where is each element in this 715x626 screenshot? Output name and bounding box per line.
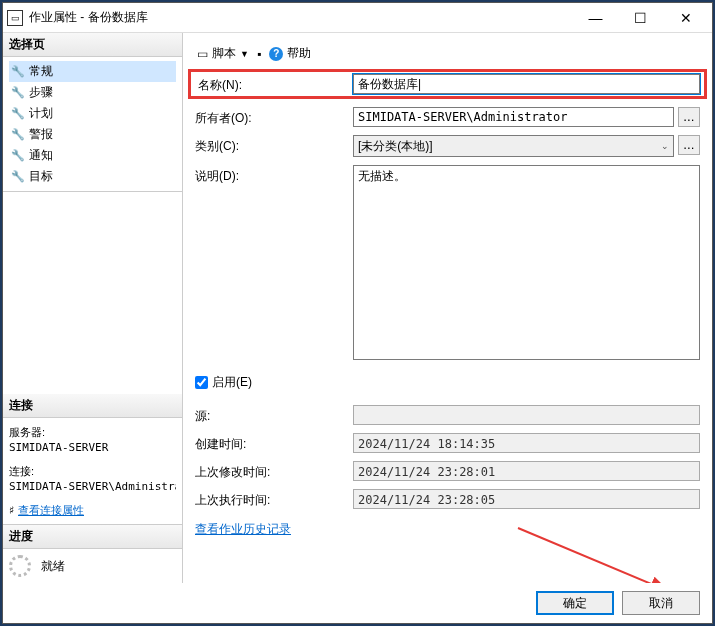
help-label: 帮助 (287, 45, 311, 62)
app-icon: ▭ (7, 10, 23, 26)
chevron-down-icon: ▼ (240, 49, 249, 59)
name-highlight: 名称(N): (188, 69, 707, 99)
description-label: 说明(D): (195, 165, 345, 185)
main-panel: ▭ 脚本 ▼ ▪ ? 帮助 名称(N): 所有者(O (183, 33, 712, 583)
wrench-icon: 🔧 (11, 65, 25, 78)
titlebar: ▭ 作业属性 - 备份数据库 ― ☐ ✕ (3, 3, 712, 33)
maximize-button[interactable]: ☐ (618, 4, 663, 32)
ok-button[interactable]: 确定 (536, 591, 614, 615)
sidebar-item-label: 目标 (29, 168, 53, 185)
category-value: [未分类(本地)] (358, 138, 433, 155)
dialog-footer: 确定 取消 (3, 583, 712, 623)
sidebar-item-schedules[interactable]: 🔧计划 (9, 103, 176, 124)
help-button[interactable]: ? 帮助 (267, 43, 313, 64)
view-history-link[interactable]: 查看作业历史记录 (195, 517, 291, 542)
sidebar-item-label: 常规 (29, 63, 53, 80)
sidebar-item-label: 步骤 (29, 84, 53, 101)
script-icon: ▭ (197, 47, 208, 61)
script-button[interactable]: ▭ 脚本 ▼ (195, 43, 251, 64)
progress-status: 就绪 (41, 558, 65, 575)
sidebar-item-label: 警报 (29, 126, 53, 143)
sidebar-item-notifications[interactable]: 🔧通知 (9, 145, 176, 166)
server-label: 服务器: (9, 424, 176, 441)
wrench-icon: 🔧 (11, 107, 25, 120)
script-label: 脚本 (212, 45, 236, 62)
progress-spinner-icon (9, 555, 31, 577)
owner-input[interactable] (353, 107, 674, 127)
sidebar-item-steps[interactable]: 🔧步骤 (9, 82, 176, 103)
wrench-icon: 🔧 (11, 170, 25, 183)
executed-field: 2024/11/24 23:28:05 (353, 489, 700, 509)
owner-browse-button[interactable]: ... (678, 107, 700, 127)
select-page-header: 选择页 (3, 33, 182, 57)
name-label: 名称(N): (195, 74, 345, 94)
name-input[interactable] (353, 74, 700, 94)
executed-label: 上次执行时间: (195, 489, 345, 509)
sidebar-item-label: 通知 (29, 147, 53, 164)
sidebar: 选择页 🔧常规 🔧步骤 🔧计划 🔧警报 🔧通知 🔧目标 连接 服务器: SIMI… (3, 33, 183, 583)
created-field: 2024/11/24 18:14:35 (353, 433, 700, 453)
link-icon: ♯ (9, 504, 14, 516)
wrench-icon: 🔧 (11, 149, 25, 162)
modified-field: 2024/11/24 23:28:01 (353, 461, 700, 481)
connection-label: 连接: (9, 463, 176, 480)
cancel-button[interactable]: 取消 (622, 591, 700, 615)
source-label: 源: (195, 405, 345, 425)
view-connection-link[interactable]: 查看连接属性 (18, 504, 84, 516)
source-field (353, 405, 700, 425)
connection-value: SIMIDATA-SERVER\Administrat (9, 479, 176, 496)
window-title: 作业属性 - 备份数据库 (29, 9, 573, 26)
separator: ▪ (257, 47, 261, 61)
enabled-label: 启用(E) (212, 374, 252, 391)
modified-label: 上次修改时间: (195, 461, 345, 481)
sidebar-item-general[interactable]: 🔧常规 (9, 61, 176, 82)
category-combo[interactable]: [未分类(本地)] ⌄ (353, 135, 674, 157)
enabled-checkbox[interactable] (195, 376, 208, 389)
owner-label: 所有者(O): (195, 107, 345, 127)
help-icon: ? (269, 47, 283, 61)
sidebar-item-label: 计划 (29, 105, 53, 122)
category-label: 类别(C): (195, 135, 345, 155)
connection-header: 连接 (3, 394, 182, 418)
server-value: SIMIDATA-SERVER (9, 440, 176, 457)
wrench-icon: 🔧 (11, 128, 25, 141)
chevron-down-icon: ⌄ (661, 141, 669, 151)
sidebar-item-targets[interactable]: 🔧目标 (9, 166, 176, 187)
created-label: 创建时间: (195, 433, 345, 453)
sidebar-item-alerts[interactable]: 🔧警报 (9, 124, 176, 145)
description-textarea[interactable] (353, 165, 700, 360)
category-browse-button[interactable]: ... (678, 135, 700, 155)
dialog-window: ▭ 作业属性 - 备份数据库 ― ☐ ✕ 选择页 🔧常规 🔧步骤 🔧计划 🔧警报… (2, 2, 713, 624)
progress-header: 进度 (3, 525, 182, 549)
minimize-button[interactable]: ― (573, 4, 618, 32)
close-button[interactable]: ✕ (663, 4, 708, 32)
wrench-icon: 🔧 (11, 86, 25, 99)
